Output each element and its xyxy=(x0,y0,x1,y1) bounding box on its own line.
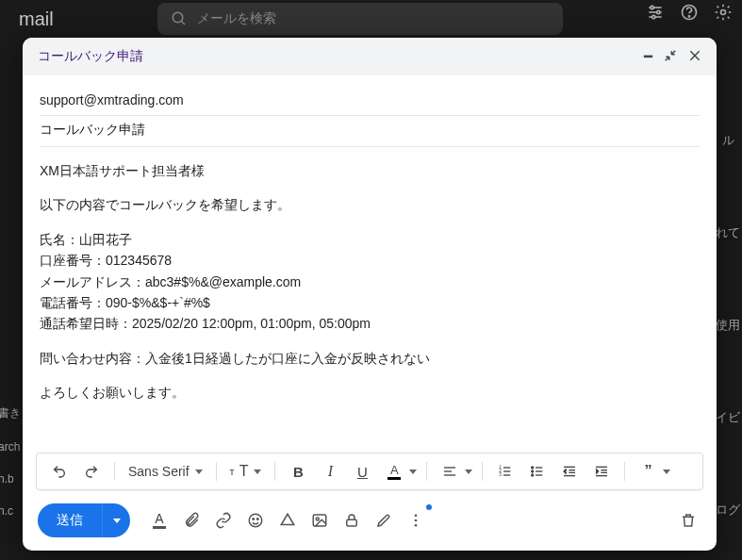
svg-rect-39 xyxy=(313,515,326,526)
bg-text: arch xyxy=(0,440,21,453)
svg-rect-41 xyxy=(347,519,357,526)
align-button[interactable] xyxy=(437,458,463,485)
send-more-button[interactable] xyxy=(102,503,130,537)
confidential-mode-button[interactable] xyxy=(338,506,366,535)
bg-text: イビ xyxy=(716,409,740,426)
numbered-list-button[interactable]: 123 xyxy=(492,458,519,485)
svg-text:3: 3 xyxy=(500,472,503,477)
insert-drive-button[interactable] xyxy=(273,506,302,535)
bg-text: n.c xyxy=(0,504,21,518)
notification-dot-icon xyxy=(426,504,432,510)
svg-point-25 xyxy=(532,467,534,469)
insert-signature-button[interactable] xyxy=(370,506,398,535)
font-family-label: Sans Serif xyxy=(128,464,190,479)
svg-point-5 xyxy=(651,6,653,8)
bg-text: n.b xyxy=(0,472,21,486)
svg-point-43 xyxy=(415,519,418,522)
font-size-icon-large: T xyxy=(239,463,249,480)
insert-emoji-button[interactable] xyxy=(241,506,270,535)
to-field[interactable]: support@xmtrading.com xyxy=(40,87,700,116)
bg-text: 使用 xyxy=(716,317,740,334)
font-size-icon: т xyxy=(230,466,235,477)
svg-point-0 xyxy=(173,12,183,23)
body-closing: よろしくお願いします。 xyxy=(40,382,700,403)
subject-field[interactable]: コールバック申請 xyxy=(40,116,700,147)
svg-point-26 xyxy=(532,470,534,472)
chevron-down-icon xyxy=(195,469,203,474)
undo-button[interactable] xyxy=(46,458,73,485)
underline-button[interactable]: U xyxy=(349,458,375,485)
svg-point-42 xyxy=(415,514,418,517)
svg-point-6 xyxy=(657,10,660,13)
body-intro: 以下の内容でコールバックを希望します。 xyxy=(40,194,700,215)
window-titlebar: コールバック申請 ━ xyxy=(23,38,717,75)
bg-text: ル xyxy=(722,132,734,149)
close-icon[interactable] xyxy=(688,49,701,65)
svg-point-37 xyxy=(253,519,255,520)
body-name: 氏名：山田花子 xyxy=(40,229,700,250)
discard-draft-button[interactable] xyxy=(675,507,701,534)
bg-text: れて xyxy=(716,224,740,241)
search-placeholder: メールを検索 xyxy=(197,10,276,27)
chevron-down-icon xyxy=(254,469,261,474)
svg-point-7 xyxy=(652,15,655,18)
font-size-select[interactable]: тT xyxy=(226,463,266,480)
body-editor[interactable]: XM日本語サポート担当者様 以下の内容でコールバックを希望します。 氏名：山田花… xyxy=(23,147,717,453)
help-icon[interactable] xyxy=(680,3,699,22)
chevron-down-icon xyxy=(113,519,121,523)
window-title: コールバック申請 xyxy=(38,48,143,65)
search-input[interactable]: メールを検索 xyxy=(157,3,563,35)
body-phone: 電話番号：090-$%&$-+`#%$ xyxy=(40,292,700,313)
chevron-down-icon[interactable] xyxy=(663,469,670,474)
chevron-down-icon[interactable] xyxy=(465,469,472,474)
indent-less-button[interactable] xyxy=(556,458,583,485)
body-pref-time: 通話希望日時：2025/02/20 12:00pm, 01:00pm, 05:0… xyxy=(40,313,700,334)
svg-line-1 xyxy=(181,21,185,25)
more-options-button[interactable] xyxy=(402,506,430,535)
bold-button[interactable]: B xyxy=(285,458,311,485)
bg-text: ログ xyxy=(716,502,740,519)
body-account: 口座番号：012345678 xyxy=(40,250,700,271)
indent-more-button[interactable] xyxy=(588,458,615,485)
font-family-select[interactable]: Sans Serif xyxy=(124,464,206,479)
chevron-down-icon[interactable] xyxy=(409,469,417,474)
tune-icon[interactable] xyxy=(646,3,665,22)
insert-link-button[interactable] xyxy=(209,506,238,535)
search-icon xyxy=(171,10,188,27)
svg-point-40 xyxy=(316,518,319,520)
svg-point-9 xyxy=(688,16,689,17)
svg-point-38 xyxy=(257,519,259,520)
quote-button[interactable]: ” xyxy=(635,458,661,485)
svg-point-44 xyxy=(415,524,418,527)
compose-window: コールバック申請 ━ support@xmtrading.com コールバック申… xyxy=(23,38,717,551)
body-greeting: XM日本語サポート担当者様 xyxy=(40,160,700,181)
format-toolbar: Sans Serif тT B I U A 123 xyxy=(36,453,703,490)
text-color-button[interactable]: A xyxy=(381,458,407,485)
italic-button[interactable]: I xyxy=(317,458,343,485)
send-button[interactable]: 送信 xyxy=(38,503,102,537)
insert-photo-button[interactable] xyxy=(305,506,334,535)
redo-button[interactable] xyxy=(78,458,105,485)
body-inquiry: 問い合わせ内容：入金後1日経過したが口座に入金が反映されない xyxy=(40,348,700,369)
settings-icon[interactable] xyxy=(714,3,733,22)
body-email: メールアドレス：abc3#$%&@example.com xyxy=(40,272,700,292)
bulleted-list-button[interactable] xyxy=(524,458,551,485)
svg-point-27 xyxy=(532,474,534,476)
compose-footer: 送信 A xyxy=(23,490,717,551)
app-label: mail xyxy=(19,8,54,30)
attach-file-button[interactable] xyxy=(177,506,206,535)
bg-text: 書き xyxy=(0,405,21,421)
fullscreen-exit-icon[interactable] xyxy=(664,49,677,65)
formatting-toggle-button[interactable]: A xyxy=(145,506,173,535)
minimize-icon[interactable]: ━ xyxy=(644,48,652,65)
svg-point-10 xyxy=(721,10,726,15)
svg-point-36 xyxy=(249,514,262,527)
